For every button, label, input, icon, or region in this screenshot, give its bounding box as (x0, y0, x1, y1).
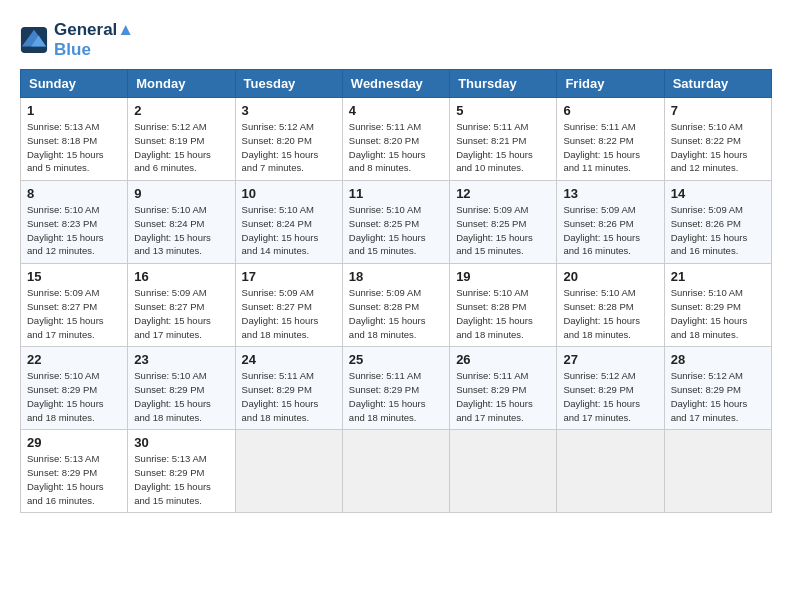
day-info: Sunrise: 5:11 AMSunset: 8:29 PMDaylight:… (349, 369, 443, 424)
calendar-day-cell: 28Sunrise: 5:12 AMSunset: 8:29 PMDayligh… (664, 347, 771, 430)
day-number: 13 (563, 186, 657, 201)
day-number: 14 (671, 186, 765, 201)
day-info: Sunrise: 5:12 AMSunset: 8:19 PMDaylight:… (134, 120, 228, 175)
logo: General▲ Blue (20, 20, 134, 59)
day-info: Sunrise: 5:13 AMSunset: 8:18 PMDaylight:… (27, 120, 121, 175)
day-number: 15 (27, 269, 121, 284)
day-info: Sunrise: 5:10 AMSunset: 8:22 PMDaylight:… (671, 120, 765, 175)
calendar-day-cell: 24Sunrise: 5:11 AMSunset: 8:29 PMDayligh… (235, 347, 342, 430)
day-number: 12 (456, 186, 550, 201)
calendar-week-row: 1Sunrise: 5:13 AMSunset: 8:18 PMDaylight… (21, 98, 772, 181)
calendar-day-cell: 1Sunrise: 5:13 AMSunset: 8:18 PMDaylight… (21, 98, 128, 181)
day-info: Sunrise: 5:09 AMSunset: 8:28 PMDaylight:… (349, 286, 443, 341)
day-number: 16 (134, 269, 228, 284)
day-info: Sunrise: 5:13 AMSunset: 8:29 PMDaylight:… (27, 452, 121, 507)
calendar-day-cell: 7Sunrise: 5:10 AMSunset: 8:22 PMDaylight… (664, 98, 771, 181)
calendar-day-cell (342, 430, 449, 513)
calendar-day-cell (235, 430, 342, 513)
calendar-week-row: 15Sunrise: 5:09 AMSunset: 8:27 PMDayligh… (21, 264, 772, 347)
calendar-day-cell: 23Sunrise: 5:10 AMSunset: 8:29 PMDayligh… (128, 347, 235, 430)
day-number: 17 (242, 269, 336, 284)
day-info: Sunrise: 5:09 AMSunset: 8:27 PMDaylight:… (134, 286, 228, 341)
day-info: Sunrise: 5:10 AMSunset: 8:29 PMDaylight:… (27, 369, 121, 424)
day-number: 6 (563, 103, 657, 118)
calendar-day-cell: 25Sunrise: 5:11 AMSunset: 8:29 PMDayligh… (342, 347, 449, 430)
day-number: 19 (456, 269, 550, 284)
day-info: Sunrise: 5:10 AMSunset: 8:24 PMDaylight:… (242, 203, 336, 258)
calendar-day-cell: 22Sunrise: 5:10 AMSunset: 8:29 PMDayligh… (21, 347, 128, 430)
day-number: 24 (242, 352, 336, 367)
day-info: Sunrise: 5:10 AMSunset: 8:23 PMDaylight:… (27, 203, 121, 258)
day-number: 23 (134, 352, 228, 367)
day-number: 1 (27, 103, 121, 118)
day-info: Sunrise: 5:13 AMSunset: 8:29 PMDaylight:… (134, 452, 228, 507)
day-info: Sunrise: 5:09 AMSunset: 8:26 PMDaylight:… (563, 203, 657, 258)
calendar-day-cell: 26Sunrise: 5:11 AMSunset: 8:29 PMDayligh… (450, 347, 557, 430)
day-info: Sunrise: 5:10 AMSunset: 8:25 PMDaylight:… (349, 203, 443, 258)
day-info: Sunrise: 5:12 AMSunset: 8:20 PMDaylight:… (242, 120, 336, 175)
day-number: 7 (671, 103, 765, 118)
day-info: Sunrise: 5:11 AMSunset: 8:20 PMDaylight:… (349, 120, 443, 175)
col-tuesday: Tuesday (235, 70, 342, 98)
calendar-day-cell: 17Sunrise: 5:09 AMSunset: 8:27 PMDayligh… (235, 264, 342, 347)
calendar-day-cell: 2Sunrise: 5:12 AMSunset: 8:19 PMDaylight… (128, 98, 235, 181)
logo-icon (20, 26, 48, 54)
calendar-header-row: Sunday Monday Tuesday Wednesday Thursday… (21, 70, 772, 98)
calendar-day-cell: 18Sunrise: 5:09 AMSunset: 8:28 PMDayligh… (342, 264, 449, 347)
calendar-day-cell: 14Sunrise: 5:09 AMSunset: 8:26 PMDayligh… (664, 181, 771, 264)
day-info: Sunrise: 5:11 AMSunset: 8:29 PMDaylight:… (242, 369, 336, 424)
calendar-week-row: 22Sunrise: 5:10 AMSunset: 8:29 PMDayligh… (21, 347, 772, 430)
calendar-day-cell: 21Sunrise: 5:10 AMSunset: 8:29 PMDayligh… (664, 264, 771, 347)
day-info: Sunrise: 5:09 AMSunset: 8:26 PMDaylight:… (671, 203, 765, 258)
calendar-week-row: 8Sunrise: 5:10 AMSunset: 8:23 PMDaylight… (21, 181, 772, 264)
calendar-day-cell (664, 430, 771, 513)
day-number: 3 (242, 103, 336, 118)
calendar-day-cell: 30Sunrise: 5:13 AMSunset: 8:29 PMDayligh… (128, 430, 235, 513)
day-info: Sunrise: 5:11 AMSunset: 8:29 PMDaylight:… (456, 369, 550, 424)
day-info: Sunrise: 5:10 AMSunset: 8:24 PMDaylight:… (134, 203, 228, 258)
col-thursday: Thursday (450, 70, 557, 98)
day-number: 10 (242, 186, 336, 201)
day-number: 25 (349, 352, 443, 367)
calendar-day-cell: 8Sunrise: 5:10 AMSunset: 8:23 PMDaylight… (21, 181, 128, 264)
calendar-day-cell: 3Sunrise: 5:12 AMSunset: 8:20 PMDaylight… (235, 98, 342, 181)
day-info: Sunrise: 5:09 AMSunset: 8:27 PMDaylight:… (242, 286, 336, 341)
calendar-day-cell: 19Sunrise: 5:10 AMSunset: 8:28 PMDayligh… (450, 264, 557, 347)
calendar-day-cell (450, 430, 557, 513)
col-monday: Monday (128, 70, 235, 98)
day-info: Sunrise: 5:11 AMSunset: 8:22 PMDaylight:… (563, 120, 657, 175)
calendar-day-cell: 10Sunrise: 5:10 AMSunset: 8:24 PMDayligh… (235, 181, 342, 264)
col-friday: Friday (557, 70, 664, 98)
day-info: Sunrise: 5:11 AMSunset: 8:21 PMDaylight:… (456, 120, 550, 175)
day-number: 20 (563, 269, 657, 284)
calendar-day-cell: 4Sunrise: 5:11 AMSunset: 8:20 PMDaylight… (342, 98, 449, 181)
calendar-day-cell: 11Sunrise: 5:10 AMSunset: 8:25 PMDayligh… (342, 181, 449, 264)
day-number: 8 (27, 186, 121, 201)
day-number: 21 (671, 269, 765, 284)
calendar-day-cell: 6Sunrise: 5:11 AMSunset: 8:22 PMDaylight… (557, 98, 664, 181)
day-number: 2 (134, 103, 228, 118)
calendar-week-row: 29Sunrise: 5:13 AMSunset: 8:29 PMDayligh… (21, 430, 772, 513)
day-info: Sunrise: 5:10 AMSunset: 8:28 PMDaylight:… (456, 286, 550, 341)
day-number: 27 (563, 352, 657, 367)
calendar-day-cell: 16Sunrise: 5:09 AMSunset: 8:27 PMDayligh… (128, 264, 235, 347)
col-saturday: Saturday (664, 70, 771, 98)
col-wednesday: Wednesday (342, 70, 449, 98)
calendar-day-cell: 27Sunrise: 5:12 AMSunset: 8:29 PMDayligh… (557, 347, 664, 430)
day-number: 4 (349, 103, 443, 118)
day-number: 11 (349, 186, 443, 201)
logo-text: General▲ Blue (54, 20, 134, 59)
day-number: 29 (27, 435, 121, 450)
day-number: 30 (134, 435, 228, 450)
day-info: Sunrise: 5:10 AMSunset: 8:29 PMDaylight:… (134, 369, 228, 424)
day-info: Sunrise: 5:12 AMSunset: 8:29 PMDaylight:… (563, 369, 657, 424)
calendar-day-cell: 20Sunrise: 5:10 AMSunset: 8:28 PMDayligh… (557, 264, 664, 347)
calendar-day-cell: 12Sunrise: 5:09 AMSunset: 8:25 PMDayligh… (450, 181, 557, 264)
calendar-day-cell: 9Sunrise: 5:10 AMSunset: 8:24 PMDaylight… (128, 181, 235, 264)
calendar-day-cell: 29Sunrise: 5:13 AMSunset: 8:29 PMDayligh… (21, 430, 128, 513)
day-number: 9 (134, 186, 228, 201)
calendar-day-cell (557, 430, 664, 513)
day-info: Sunrise: 5:09 AMSunset: 8:25 PMDaylight:… (456, 203, 550, 258)
calendar-day-cell: 5Sunrise: 5:11 AMSunset: 8:21 PMDaylight… (450, 98, 557, 181)
day-number: 26 (456, 352, 550, 367)
